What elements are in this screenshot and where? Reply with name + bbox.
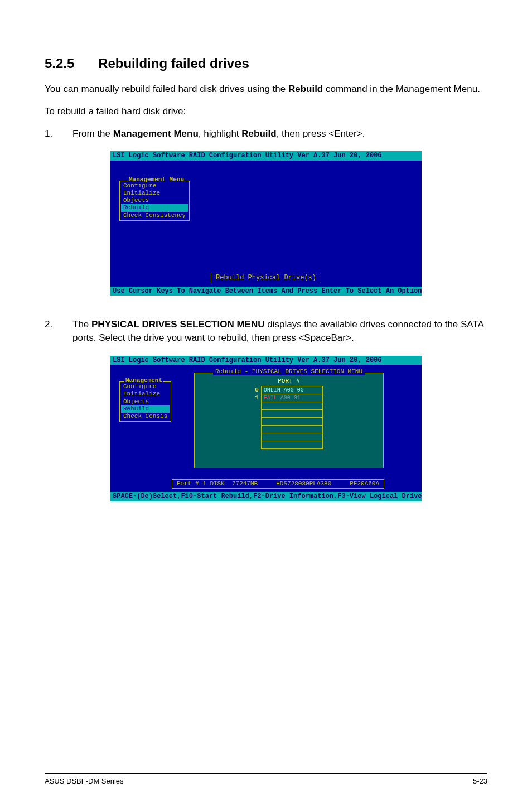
mgmt-menu-list: Configure Initialize Objects Rebuild Che… bbox=[120, 181, 189, 220]
slot-row-7 bbox=[255, 441, 322, 449]
slot-row-0: 0 ONLIN A00-00 bbox=[255, 386, 322, 394]
section-number: 5.2.5 bbox=[45, 56, 74, 71]
step-1: 1. From the Management Menu, highlight R… bbox=[45, 127, 487, 141]
steps-list: 1. From the Management Menu, highlight R… bbox=[45, 127, 487, 141]
port-header: PORT # bbox=[195, 378, 383, 385]
mgmt-box-title: Management Menu bbox=[128, 176, 185, 183]
footer-left: ASUS DSBF-DM Seriies bbox=[45, 777, 124, 785]
bios1-content: Management Menu Configure Initialize Obj… bbox=[110, 161, 422, 287]
step1-b2: Rebuild bbox=[241, 128, 276, 139]
bios-screenshot-2: LSI Logic Software RAID Configuration Ut… bbox=[110, 356, 422, 501]
page-footer: ASUS DSBF-DM Seriies 5-23 bbox=[45, 773, 487, 785]
mgmt-item-initialize[interactable]: Initialize bbox=[121, 190, 188, 197]
mgmt2-item-objects[interactable]: Objects bbox=[121, 398, 170, 405]
footer-right: 5-23 bbox=[473, 777, 487, 785]
step2-b1: PHYSICAL DRIVES SELECTION MENU bbox=[91, 319, 264, 330]
slot-empty[interactable] bbox=[261, 418, 322, 426]
page: 5.2.5 Rebuilding failed drives You can m… bbox=[0, 0, 532, 802]
step2-pre: The bbox=[72, 319, 91, 330]
slot-row-5 bbox=[255, 426, 322, 433]
intro-text-2: command in the Management Menu. bbox=[323, 84, 480, 94]
slot-empty[interactable] bbox=[261, 441, 322, 449]
intro-paragraph: You can manually rebuild failed hard dis… bbox=[45, 83, 487, 96]
step1-post: , then press <Enter>. bbox=[277, 128, 365, 139]
mgmt2-item-rebuild[interactable]: Rebuild bbox=[121, 405, 170, 413]
bios2-content: Management Configure Initialize Objects … bbox=[110, 365, 422, 492]
step-2: 2. The PHYSICAL DRIVES SELECTION MENU di… bbox=[45, 318, 487, 345]
step-number: 1. bbox=[45, 127, 52, 141]
step1-pre: From the bbox=[72, 128, 113, 139]
mgmt-menu-list-2: Configure Initialize Objects Rebuild Che… bbox=[120, 382, 171, 421]
management-menu-box: Management Menu Configure Initialize Obj… bbox=[119, 181, 190, 221]
mgmt2-item-check-consis[interactable]: Check Consis bbox=[121, 413, 170, 420]
section-heading: 5.2.5 Rebuilding failed drives bbox=[45, 56, 487, 71]
slot-row-6 bbox=[255, 433, 322, 441]
mgmt-item-objects[interactable]: Objects bbox=[121, 197, 188, 204]
slot-row-1: 1 FAIL A00-01 bbox=[255, 394, 322, 402]
bios1-status: Rebuild Physical Drive(s) bbox=[211, 273, 321, 283]
slot-empty[interactable] bbox=[261, 426, 322, 433]
port-status-bar: Port # 1 DISK 77247MB HDS728080PLA380 PF… bbox=[172, 479, 384, 489]
slot-row-3 bbox=[255, 410, 322, 418]
bios1-title: LSI Logic Software RAID Configuration Ut… bbox=[110, 151, 422, 160]
drive-slots-table: 0 ONLIN A00-00 1 FAIL A00-01 bbox=[255, 386, 323, 449]
slot0-idx: 0 bbox=[255, 386, 261, 394]
bios-screenshot-1: LSI Logic Software RAID Configuration Ut… bbox=[110, 151, 422, 296]
slot1-fail-label: FAIL bbox=[264, 395, 277, 401]
slot-empty[interactable] bbox=[261, 433, 322, 441]
step-number-2: 2. bbox=[45, 318, 52, 331]
slot-row-2 bbox=[255, 402, 322, 410]
mgmt-item-check-consistency[interactable]: Check Consistency bbox=[121, 212, 188, 219]
mgmt-item-rebuild[interactable]: Rebuild bbox=[121, 204, 188, 211]
intro2: To rebuild a failed hard disk drive: bbox=[45, 105, 487, 118]
step1-b1: Management Menu bbox=[113, 128, 199, 139]
intro-bold: Rebuild bbox=[288, 84, 323, 94]
bios2-title: LSI Logic Software RAID Configuration Ut… bbox=[110, 356, 422, 365]
slot1-idx: 1 bbox=[255, 394, 261, 402]
rebuild-panel-title: Rebuild - PHYSICAL DRIVES SELECTION MENU bbox=[213, 368, 365, 375]
bios1-footer: Use Cursor Keys To Navigate Between Item… bbox=[110, 287, 422, 296]
rebuild-panel: Rebuild - PHYSICAL DRIVES SELECTION MENU… bbox=[194, 373, 384, 468]
step1-mid: , highlight bbox=[199, 128, 242, 139]
slot-empty[interactable] bbox=[261, 402, 322, 410]
slot1-val: A00-01 bbox=[277, 395, 301, 401]
mgmt-box2-title: Management bbox=[124, 377, 163, 384]
slot-row-4 bbox=[255, 418, 322, 426]
management-menu-box-2: Management Configure Initialize Objects … bbox=[119, 381, 171, 422]
slot0-cell[interactable]: ONLIN A00-00 bbox=[261, 386, 322, 394]
mgmt2-item-initialize[interactable]: Initialize bbox=[121, 390, 170, 398]
slot-empty[interactable] bbox=[261, 410, 322, 418]
steps-list-2: 2. The PHYSICAL DRIVES SELECTION MENU di… bbox=[45, 318, 487, 345]
section-title: Rebuilding failed drives bbox=[98, 56, 249, 71]
intro-text-1: You can manually rebuild failed hard dis… bbox=[45, 84, 288, 94]
bios2-footer: SPACE-(De)Select,F10-Start Rebuild,F2-Dr… bbox=[110, 492, 422, 501]
slot1-cell[interactable]: FAIL A00-01 bbox=[261, 394, 322, 402]
